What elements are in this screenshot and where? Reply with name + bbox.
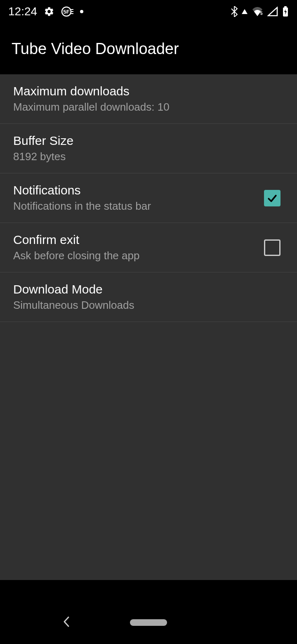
status-left: 12:24 5F	[8, 5, 83, 18]
battery-charging-icon	[282, 6, 289, 17]
triangle-up-icon	[242, 9, 248, 14]
cell-signal-icon	[267, 7, 278, 17]
setting-text: Download Mode Simultaneous Downloads	[13, 282, 284, 312]
settings-list: Maximum downloads Maximum parallel downl…	[0, 74, 297, 322]
bottom-black	[0, 580, 297, 601]
setting-download-mode[interactable]: Download Mode Simultaneous Downloads	[0, 272, 297, 322]
setting-title: Confirm exit	[13, 233, 264, 247]
chevron-left-icon	[62, 616, 71, 628]
notifications-checkbox[interactable]	[264, 190, 280, 206]
status-right: 5	[231, 6, 289, 17]
back-button[interactable]	[62, 616, 71, 630]
navigation-bar	[0, 601, 297, 644]
setting-subtitle: 8192 bytes	[13, 150, 284, 163]
setting-text: Buffer Size 8192 bytes	[13, 134, 284, 163]
setting-text: Confirm exit Ask before closing the app	[13, 233, 264, 262]
setting-subtitle: Maximum parallel downloads: 10	[13, 101, 284, 114]
setting-subtitle: Notifications in the status bar	[13, 200, 264, 213]
svg-text:5F: 5F	[63, 9, 69, 15]
bluetooth-icon	[231, 6, 238, 17]
dot-icon	[80, 10, 83, 13]
wifi-icon: 5	[252, 7, 263, 16]
sf-icon: 5F	[61, 6, 73, 17]
setting-subtitle: Simultaneous Downloads	[13, 299, 284, 312]
setting-confirm-exit[interactable]: Confirm exit Ask before closing the app	[0, 223, 297, 272]
setting-text: Notifications Notifications in the statu…	[13, 183, 264, 213]
setting-subtitle: Ask before closing the app	[13, 249, 264, 262]
confirm-exit-checkbox[interactable]	[264, 239, 280, 256]
home-pill[interactable]	[130, 619, 167, 626]
gear-icon	[44, 6, 54, 17]
setting-max-downloads[interactable]: Maximum downloads Maximum parallel downl…	[0, 74, 297, 124]
setting-title: Notifications	[13, 183, 264, 197]
app-header: Tube Video Downloader	[0, 23, 297, 74]
page-title: Tube Video Downloader	[12, 40, 179, 58]
svg-rect-7	[284, 6, 287, 8]
setting-buffer-size[interactable]: Buffer Size 8192 bytes	[0, 124, 297, 173]
setting-title: Maximum downloads	[13, 84, 284, 98]
svg-text:5: 5	[260, 11, 263, 16]
setting-title: Download Mode	[13, 282, 284, 296]
status-bar: 12:24 5F 5	[0, 0, 297, 23]
spacer	[0, 322, 297, 580]
status-clock: 12:24	[8, 5, 37, 18]
setting-notifications[interactable]: Notifications Notifications in the statu…	[0, 173, 297, 223]
check-icon	[266, 192, 278, 204]
setting-text: Maximum downloads Maximum parallel downl…	[13, 84, 284, 114]
setting-title: Buffer Size	[13, 134, 284, 148]
content-area: Maximum downloads Maximum parallel downl…	[0, 74, 297, 601]
